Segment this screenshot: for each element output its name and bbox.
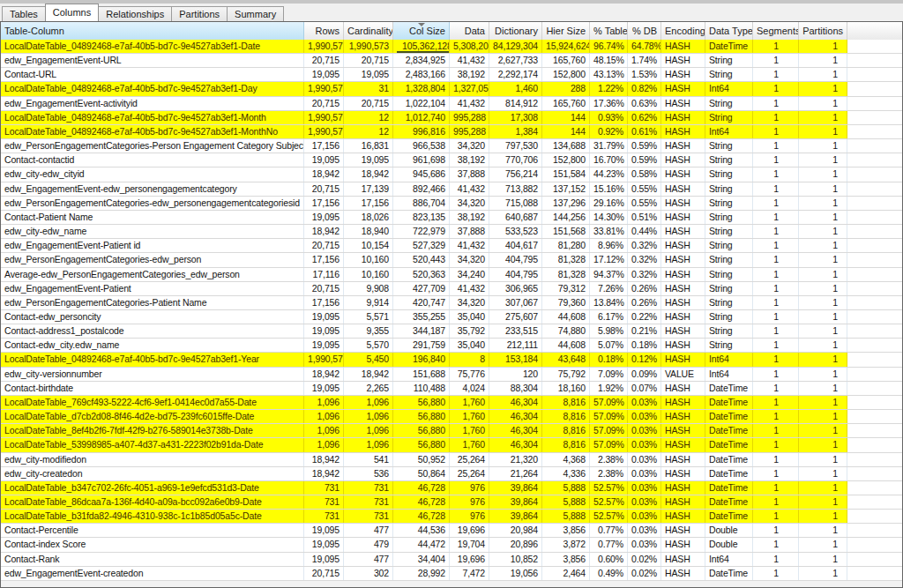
cell-data_type[interactable]: String: [705, 153, 753, 167]
cell-encoding[interactable]: HASH: [661, 54, 705, 67]
cell-cardinality[interactable]: 18,940: [344, 225, 393, 238]
table-row[interactable]: edw_PersonEngagementCategories-Patient N…: [1, 296, 902, 310]
table-row[interactable]: Contact-index Score19,09547944,47219,704…: [1, 538, 902, 552]
cell-rows[interactable]: 19,095: [304, 339, 344, 352]
cell-cardinality[interactable]: 5,570: [344, 339, 393, 352]
cell-hier_size[interactable]: 79,312: [542, 282, 590, 295]
cell-data_type[interactable]: DateTime: [705, 495, 753, 509]
cell-rows[interactable]: 19,095: [304, 68, 344, 81]
table-row[interactable]: LocalDateTable_04892468-e7af-40b5-bd7c-9…: [1, 82, 902, 96]
cell-hier_size[interactable]: 81,280: [542, 239, 590, 252]
cell-rows[interactable]: 20,715: [304, 182, 344, 196]
cell-rows[interactable]: 17,156: [304, 139, 344, 153]
cell-col_size[interactable]: 966,538: [393, 139, 450, 153]
cell-rows[interactable]: 17,116: [304, 268, 344, 281]
cell-data[interactable]: 976: [450, 481, 489, 495]
cell-data[interactable]: 38,192: [450, 211, 489, 224]
cell-cardinality[interactable]: 477: [344, 524, 393, 537]
cell-encoding[interactable]: HASH: [661, 510, 705, 523]
cell-partitions[interactable]: 1: [799, 410, 847, 423]
cell-rows[interactable]: 19,095: [304, 524, 344, 537]
cell-col_size[interactable]: 2,834,925: [393, 54, 450, 67]
cell-rows[interactable]: 20,715: [304, 567, 344, 580]
cell-data_type[interactable]: DateTime: [705, 453, 753, 466]
cell-pct_table[interactable]: 2.38%: [590, 453, 628, 466]
cell-data[interactable]: 75,776: [450, 368, 489, 381]
table-row[interactable]: edw_PersonEngagementCategories-edw_perso…: [1, 253, 902, 267]
table-row[interactable]: LocalDateTable_8ef4b2f6-7fdf-42f9-b276-5…: [1, 424, 902, 438]
cell-name[interactable]: LocalDateTable_8ef4b2f6-7fdf-42f9-b276-5…: [1, 424, 304, 437]
cell-data_type[interactable]: String: [705, 182, 753, 196]
cell-rows[interactable]: 19,095: [304, 553, 344, 566]
cell-dictionary[interactable]: 39,864: [489, 495, 542, 509]
cell-data[interactable]: 38,192: [450, 153, 489, 167]
cell-data_type[interactable]: String: [705, 54, 753, 67]
table-row[interactable]: edw_EngagementEvent-Patient20,7159,90842…: [1, 282, 902, 296]
cell-partitions[interactable]: 1: [799, 296, 847, 309]
cell-data[interactable]: 41,432: [450, 239, 489, 252]
cell-data_type[interactable]: String: [705, 324, 753, 338]
cell-col_size[interactable]: 56,880: [393, 410, 450, 423]
cell-pct_table[interactable]: 0.93%: [590, 111, 628, 124]
cell-encoding[interactable]: HASH: [661, 139, 705, 153]
cell-hier_size[interactable]: 75,792: [542, 368, 590, 381]
tab-partitions[interactable]: Partitions: [171, 6, 228, 21]
cell-data_type[interactable]: DateTime: [705, 410, 753, 423]
cell-pct_table[interactable]: 57.09%: [590, 410, 628, 423]
cell-pct_table[interactable]: 52.57%: [590, 481, 628, 495]
cell-hier_size[interactable]: 152,800: [542, 153, 590, 167]
table-row[interactable]: edw_PersonEngagementCategories-edw_perso…: [1, 197, 902, 211]
cell-partitions[interactable]: 1: [799, 339, 847, 352]
cell-rows[interactable]: 1,096: [304, 438, 344, 451]
cell-pct_table[interactable]: 7.26%: [590, 282, 628, 295]
cell-dictionary[interactable]: 533,523: [489, 225, 542, 238]
cell-hier_size[interactable]: 151,568: [542, 225, 590, 238]
cell-name[interactable]: Contact-edw_personcity: [1, 310, 304, 324]
cell-col_size[interactable]: 196,840: [393, 353, 450, 366]
cell-col_size[interactable]: 105,362,128: [393, 40, 450, 53]
cell-name[interactable]: Average-edw_PersonEngagementCategories_e…: [1, 268, 304, 281]
table-row[interactable]: LocalDateTable_53998985-a407-4d37-a431-2…: [1, 438, 902, 452]
cell-encoding[interactable]: HASH: [661, 68, 705, 81]
cell-data[interactable]: 25,264: [450, 453, 489, 466]
table-row[interactable]: Contact-URL19,09519,0952,483,16638,1922,…: [1, 68, 902, 82]
cell-partitions[interactable]: 1: [799, 538, 847, 551]
cell-pct_table[interactable]: 0.92%: [590, 125, 628, 138]
cell-dictionary[interactable]: 17,308: [489, 111, 542, 124]
cell-encoding[interactable]: HASH: [661, 410, 705, 423]
cell-pct_db[interactable]: 0.21%: [628, 324, 661, 338]
cell-segments[interactable]: 1: [753, 211, 799, 224]
cell-encoding[interactable]: HASH: [661, 82, 705, 95]
cell-pct_db[interactable]: 0.55%: [628, 197, 661, 210]
cell-col_size[interactable]: 892,466: [393, 182, 450, 196]
cell-cardinality[interactable]: 731: [344, 481, 393, 495]
cell-dictionary[interactable]: 120: [489, 368, 542, 381]
cell-data_type[interactable]: String: [705, 97, 753, 110]
cell-dictionary[interactable]: 713,882: [489, 182, 542, 196]
cell-pct_db[interactable]: 0.07%: [628, 382, 661, 395]
table-row[interactable]: Contact-Rank19,09547734,40419,69610,8523…: [1, 553, 902, 567]
cell-encoding[interactable]: HASH: [661, 324, 705, 338]
cell-data[interactable]: 19,704: [450, 538, 489, 551]
cell-pct_table[interactable]: 94.37%: [590, 268, 628, 281]
cell-hier_size[interactable]: 8,816: [542, 396, 590, 409]
table-row[interactable]: LocalDateTable_b31fda82-4946-4310-938c-1…: [1, 510, 902, 524]
cell-hier_size[interactable]: 165,760: [542, 54, 590, 67]
cell-partitions[interactable]: 1: [799, 495, 847, 509]
cell-encoding[interactable]: HASH: [661, 495, 705, 509]
cell-pct_db[interactable]: 1.74%: [628, 54, 661, 67]
cell-data_type[interactable]: String: [705, 197, 753, 210]
cell-data[interactable]: 19,696: [450, 524, 489, 537]
cell-cardinality[interactable]: 1,096: [344, 410, 393, 423]
cell-name[interactable]: LocalDateTable_04892468-e7af-40b5-bd7c-9…: [1, 82, 304, 95]
cell-col_size[interactable]: 520,363: [393, 268, 450, 281]
cell-pct_table[interactable]: 57.09%: [590, 438, 628, 451]
cell-encoding[interactable]: HASH: [661, 553, 705, 566]
cell-pct_table[interactable]: 5.98%: [590, 324, 628, 338]
cell-data_type[interactable]: String: [705, 310, 753, 324]
cell-pct_db[interactable]: 64.78%: [628, 40, 661, 53]
cell-dictionary[interactable]: 306,965: [489, 282, 542, 295]
cell-data_type[interactable]: String: [705, 296, 753, 309]
cell-name[interactable]: Contact-birthdate: [1, 382, 304, 395]
cell-hier_size[interactable]: 3,856: [542, 553, 590, 566]
